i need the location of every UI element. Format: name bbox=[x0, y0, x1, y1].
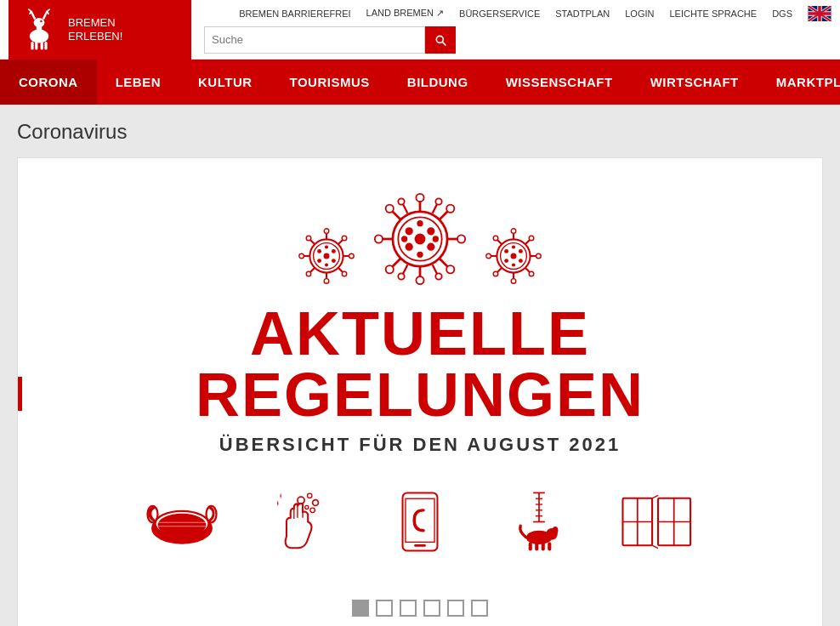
top-link-leichte-sprache[interactable]: LEICHTE SPRACHE bbox=[669, 9, 757, 19]
nav-bar: CORONA LEBEN KULTUR TOURISMUS BILDUNG WI… bbox=[0, 60, 840, 105]
svg-point-107 bbox=[512, 263, 515, 266]
svg-rect-6 bbox=[44, 42, 47, 50]
svg-point-69 bbox=[435, 198, 441, 204]
svg-line-70 bbox=[403, 265, 408, 274]
svg-line-143 bbox=[652, 495, 658, 498]
svg-point-78 bbox=[427, 243, 434, 251]
top-link-login[interactable]: LOGIN bbox=[625, 9, 654, 19]
svg-line-8 bbox=[28, 9, 31, 10]
svg-line-12 bbox=[48, 11, 49, 14]
svg-rect-133 bbox=[529, 542, 532, 550]
svg-rect-2 bbox=[37, 26, 42, 32]
svg-point-92 bbox=[536, 253, 542, 259]
svg-point-132 bbox=[553, 526, 559, 535]
svg-rect-5 bbox=[41, 42, 43, 50]
top-links-row: BREMEN BARRIEREFREI LAND BREMEN ↗ BÜRGER… bbox=[204, 6, 831, 26]
svg-rect-4 bbox=[35, 42, 37, 50]
nav-item-kultur[interactable]: KULTUR bbox=[179, 60, 271, 105]
svg-point-34 bbox=[306, 236, 311, 241]
search-input[interactable] bbox=[204, 26, 425, 54]
svg-point-36 bbox=[342, 236, 347, 241]
virus-icon-left bbox=[297, 226, 356, 286]
svg-point-77 bbox=[406, 243, 413, 251]
svg-point-100 bbox=[529, 271, 534, 276]
svg-point-118 bbox=[305, 505, 309, 509]
search-button[interactable] bbox=[425, 26, 456, 54]
top-link-stadtplan[interactable]: STADTPLAN bbox=[555, 9, 610, 19]
svg-point-42 bbox=[317, 249, 321, 253]
svg-rect-3 bbox=[31, 42, 33, 50]
svg-point-98 bbox=[493, 271, 498, 276]
search-icon bbox=[434, 33, 447, 47]
svg-point-30 bbox=[299, 253, 304, 259]
carousel-dot-3[interactable] bbox=[400, 600, 417, 617]
svg-point-46 bbox=[325, 245, 328, 248]
page-content: Coronavirus bbox=[0, 105, 840, 626]
svg-point-59 bbox=[386, 205, 394, 213]
svg-point-101 bbox=[511, 253, 517, 259]
svg-point-74 bbox=[415, 234, 426, 245]
svg-point-102 bbox=[504, 249, 508, 253]
nav-item-wissenschaft[interactable]: WISSENSCHAFT bbox=[487, 60, 632, 105]
carousel-main-title: AKTUELLE REGELUNGEN bbox=[35, 303, 805, 425]
nav-item-corona[interactable]: CORONA bbox=[0, 60, 97, 105]
logo-area[interactable]: BREMEN ERLEBEN! bbox=[9, 0, 191, 60]
top-link-buergerservice[interactable]: BÜRGERSERVICE bbox=[459, 9, 540, 19]
svg-point-119 bbox=[310, 508, 315, 512]
svg-point-80 bbox=[417, 252, 423, 258]
svg-point-45 bbox=[332, 259, 336, 263]
svg-rect-135 bbox=[542, 542, 545, 550]
svg-point-26 bbox=[324, 229, 329, 234]
svg-line-68 bbox=[433, 204, 438, 213]
nav-item-marktplatz[interactable]: MARKTPLATZ bbox=[758, 60, 840, 105]
svg-point-71 bbox=[398, 273, 404, 279]
top-bar: BREMEN ERLEBEN! BREMEN BARRIEREFREI LAND… bbox=[0, 0, 840, 60]
svg-point-110 bbox=[158, 514, 207, 537]
svg-point-117 bbox=[313, 500, 319, 506]
carousel-dot-6[interactable] bbox=[471, 600, 488, 617]
svg-rect-136 bbox=[548, 542, 551, 550]
svg-point-47 bbox=[325, 263, 328, 266]
svg-line-10 bbox=[43, 11, 48, 20]
svg-point-81 bbox=[401, 236, 407, 242]
uk-flag-icon[interactable] bbox=[808, 6, 831, 21]
carousel-dot-2[interactable] bbox=[376, 600, 393, 617]
carousel-dot-1[interactable] bbox=[352, 600, 369, 617]
nav-item-wirtschaft[interactable]: WIRTSCHAFT bbox=[632, 60, 758, 105]
svg-line-144 bbox=[652, 545, 658, 548]
svg-point-53 bbox=[416, 276, 423, 284]
carousel-dot-4[interactable] bbox=[423, 600, 440, 617]
svg-rect-122 bbox=[414, 544, 426, 547]
carousel-dot-5[interactable] bbox=[447, 600, 464, 617]
top-link-land-bremen[interactable]: LAND BREMEN ↗ bbox=[366, 8, 445, 19]
top-link-barrierefrei[interactable]: BREMEN BARRIEREFREI bbox=[239, 9, 350, 19]
svg-point-90 bbox=[486, 253, 491, 259]
carousel-container: AKTUELLE REGELUNGEN ÜBERSICHT FÜR DEN AU… bbox=[17, 157, 823, 626]
svg-point-82 bbox=[433, 236, 439, 242]
svg-point-94 bbox=[493, 236, 498, 241]
svg-point-88 bbox=[511, 279, 516, 284]
svg-point-104 bbox=[504, 259, 508, 263]
svg-point-44 bbox=[317, 259, 321, 263]
svg-point-79 bbox=[417, 220, 423, 226]
svg-line-58 bbox=[392, 211, 400, 219]
carousel-left-edge bbox=[18, 377, 22, 411]
carousel-subtitle: ÜBERSICHT FÜR DEN AUGUST 2021 bbox=[219, 434, 621, 456]
search-row bbox=[204, 26, 831, 54]
svg-line-7 bbox=[31, 11, 35, 20]
top-link-dgs[interactable]: DGS bbox=[772, 9, 792, 19]
brand-name: BREMEN ERLEBEN! bbox=[68, 16, 122, 43]
nav-item-tourismus[interactable]: TOURISMUS bbox=[271, 60, 389, 105]
svg-line-64 bbox=[440, 259, 448, 267]
virus-icon-center bbox=[373, 192, 467, 286]
svg-point-86 bbox=[511, 229, 516, 234]
svg-point-76 bbox=[427, 227, 434, 235]
svg-point-51 bbox=[416, 194, 423, 202]
svg-point-61 bbox=[446, 205, 454, 213]
hand-wash-icon bbox=[263, 490, 339, 554]
top-links-area: BREMEN BARRIEREFREI LAND BREMEN ↗ BÜRGER… bbox=[191, 6, 831, 54]
nav-item-leben[interactable]: LEBEN bbox=[97, 60, 179, 105]
nav-item-bildung[interactable]: BILDUNG bbox=[389, 60, 487, 105]
svg-point-106 bbox=[512, 245, 515, 248]
svg-line-72 bbox=[433, 265, 438, 274]
